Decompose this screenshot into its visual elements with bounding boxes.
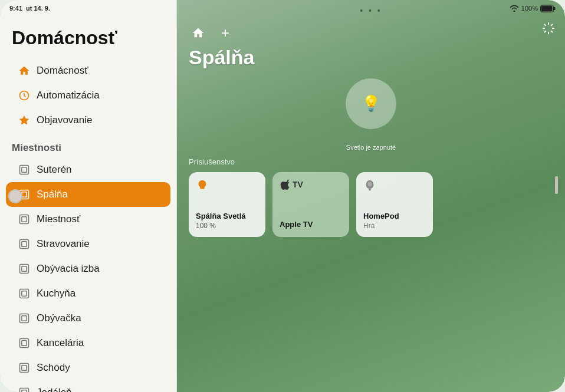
svg-rect-10	[20, 240, 29, 249]
room-item-jedalenj[interactable]: Jedáleň	[6, 380, 170, 392]
nav-discover-label: Objavovanie	[37, 114, 93, 126]
room-item-kancelaria[interactable]: Kancelária	[6, 331, 170, 355]
accessory-name-apple-tv: Apple TV	[280, 220, 342, 230]
siri-button[interactable]	[541, 21, 556, 39]
svg-rect-12	[20, 265, 29, 274]
accessory-tile-apple-tv[interactable]: TV Apple TV	[272, 172, 349, 237]
battery-icon	[540, 5, 556, 12]
light-tile[interactable]: 💡	[346, 78, 396, 129]
accessory-tile-spalna-svetla[interactable]: Spálňa Svetlá 100 %	[189, 172, 265, 237]
room-icon-schody	[18, 361, 31, 374]
device-frame: 9:41 ut 14. 9. 100% Domácnosť	[0, 0, 565, 392]
room-item-spalna[interactable]: Spálňa	[6, 182, 170, 207]
svg-rect-13	[22, 266, 27, 271]
accessories-grid: Spálňa Svetlá 100 % TV Apple TV	[189, 172, 553, 237]
add-room-button[interactable]: +	[216, 24, 235, 42]
room-item-schody[interactable]: Schody	[6, 355, 170, 380]
nav-home-label: Domácnosť	[37, 65, 88, 77]
room-label-kuchyna: Kuchyňa	[37, 288, 75, 299]
svg-rect-26	[369, 189, 371, 191]
section-header-rooms: Miestnosti	[0, 133, 176, 157]
homepod-icon	[363, 179, 426, 196]
room-label-kancelaria: Kancelária	[37, 337, 84, 349]
accessory-tile-homepod[interactable]: HomePod Hrá	[356, 172, 433, 237]
status-bar: 9:41 ut 14. 9.	[0, 0, 177, 17]
room-icon-kuchyna	[18, 287, 31, 300]
room-label-suteren: Suterén	[37, 164, 72, 176]
svg-rect-18	[20, 339, 29, 348]
right-button[interactable]	[555, 176, 558, 194]
room-label-obyvacia-izba: Obývacia izba	[37, 263, 100, 275]
room-item-stravovanie[interactable]: Stravovanie	[6, 232, 170, 256]
svg-rect-7	[22, 192, 27, 197]
svg-rect-16	[20, 314, 29, 323]
home-button[interactable]	[8, 189, 22, 203]
room-item-obyvacka[interactable]: Obývačka	[6, 306, 170, 331]
status-time: 9:41	[9, 5, 22, 12]
svg-rect-19	[22, 341, 27, 345]
room-label-spalna: Spálňa	[37, 189, 68, 200]
nav-item-home[interactable]: Domácnosť	[6, 58, 170, 83]
room-icon-stravovanie	[18, 238, 31, 251]
light-icon	[196, 179, 258, 196]
status-date: ut 14. 9.	[26, 5, 50, 12]
sidebar-title: Domácnosť	[0, 22, 176, 58]
svg-rect-5	[22, 167, 27, 172]
svg-rect-15	[22, 291, 27, 296]
room-label-schody: Schody	[37, 362, 70, 374]
room-label-miestnost: Miestnosť	[37, 213, 80, 225]
apple-tv-logo: TV	[280, 179, 342, 190]
status-bar-main: 100%	[177, 0, 565, 17]
svg-rect-11	[22, 242, 27, 246]
room-icon-suteren	[18, 163, 31, 176]
nav-item-discover[interactable]: Objavovanie	[6, 108, 170, 133]
home-icon	[18, 64, 31, 77]
accessories-label: Príslušenstvo	[189, 157, 553, 166]
light-tile-label: Svetlo je zapnuté	[346, 143, 396, 151]
light-wrapper: 💡 Svetlo je zapnuté	[189, 78, 553, 151]
room-item-kuchyna[interactable]: Kuchyňa	[6, 281, 170, 306]
room-title: Spálňa	[177, 42, 565, 78]
room-icon-kancelaria	[18, 337, 31, 350]
accessory-name-homepod: HomePod	[363, 212, 426, 222]
wifi-icon	[510, 5, 519, 12]
room-item-miestnost[interactable]: Miestnosť	[6, 207, 170, 232]
sidebar: Domácnosť Domácnosť Automatizácia	[0, 0, 177, 392]
svg-rect-20	[20, 364, 29, 373]
room-label-obyvacka: Obývačka	[37, 312, 81, 324]
accessories-section: Príslušenstvo Spálňa Svetlá 100 %	[177, 157, 565, 237]
light-bulb-icon: 💡	[362, 94, 380, 113]
room-label-stravovanie: Stravovanie	[37, 238, 90, 250]
svg-rect-21	[22, 365, 27, 370]
svg-rect-1	[554, 7, 556, 10]
room-icon-jedalenj	[18, 386, 31, 392]
room-label-jedalenj: Jedáleň	[37, 387, 72, 392]
svg-point-25	[367, 182, 372, 186]
room-item-obyvacia-izba[interactable]: Obývacia izba	[6, 256, 170, 281]
star-icon	[18, 114, 31, 127]
room-item-suteren[interactable]: Suterén	[6, 157, 170, 182]
svg-rect-9	[22, 217, 27, 222]
svg-rect-8	[20, 215, 29, 224]
accessory-status-homepod: Hrá	[363, 222, 426, 230]
svg-rect-2	[541, 5, 553, 11]
svg-rect-17	[22, 316, 27, 321]
main-content: • • • + Spálňa 💡 Sve	[177, 0, 565, 392]
nav-item-automation[interactable]: Automatizácia	[6, 83, 170, 108]
home-nav-button[interactable]	[189, 24, 208, 42]
battery-percentage: 100%	[521, 5, 538, 12]
room-icon-obyvacka	[18, 312, 31, 325]
svg-rect-4	[20, 166, 29, 174]
room-icon-miestnost	[18, 213, 31, 226]
clock-icon	[18, 89, 31, 102]
accessory-name-spalna-svetla: Spálňa Svetlá	[196, 212, 258, 222]
accessory-status-spalna-svetla: 100 %	[196, 222, 258, 230]
main-header: +	[177, 17, 565, 42]
svg-rect-14	[20, 289, 29, 298]
room-icon-obyvacia-izba	[18, 262, 31, 275]
nav-automation-label: Automatizácia	[37, 90, 100, 101]
